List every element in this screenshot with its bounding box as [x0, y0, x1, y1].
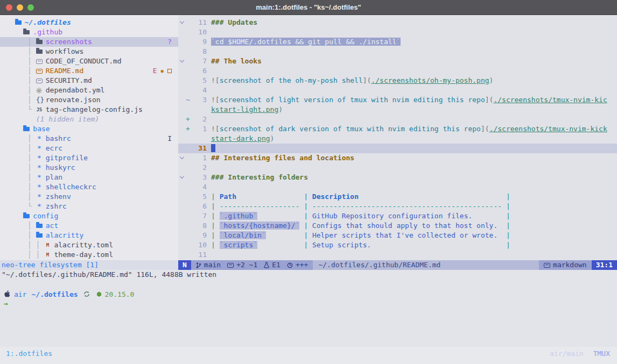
tree-item[interactable]: .github [0, 27, 178, 37]
dotfile-icon: * [36, 134, 43, 144]
editor-line[interactable]: 2 [178, 163, 617, 173]
editor-line[interactable]: 6 [178, 66, 617, 76]
workspace: ~/.dotfiles .github │ screenshots? │ wor… [0, 15, 617, 260]
line-number: 3 [193, 95, 207, 105]
tree-item[interactable]: │ README.mdE● [0, 66, 178, 76]
editor-line[interactable]: start-dark.png) [178, 134, 617, 144]
editor-line[interactable]: 11### Updates [178, 18, 617, 27]
statusline-filetype: markdown [539, 260, 592, 270]
fold-column [178, 153, 186, 163]
tree-item[interactable]: │ alacritty [0, 231, 178, 240]
tmux-session: air/main [550, 349, 584, 358]
tree-item[interactable]: │ workflows [0, 47, 178, 56]
tree-item[interactable]: │ *shellcheckrc [0, 182, 178, 192]
editor-line[interactable]: 10| `scripts` | Setup scripts. | [178, 240, 617, 250]
tmux-label: TMUX [593, 349, 610, 358]
tree-item[interactable]: │ screenshots? [0, 37, 178, 47]
sign-column: + [186, 124, 193, 134]
node-icon [96, 291, 102, 297]
tree-item-label: zshenv [46, 192, 71, 202]
editor-line[interactable]: ~3![screenshot of light version of tmux … [178, 95, 617, 105]
editor-line[interactable]: 7## The looks [178, 56, 617, 66]
fold-chevron-icon[interactable] [180, 155, 184, 159]
sign-column [186, 76, 193, 85]
git-branch: main [204, 260, 221, 270]
editor-line[interactable]: 4 [178, 85, 617, 95]
editor-line[interactable]: 8| `hosts/{hostname}/` | Configs that sh… [178, 221, 617, 231]
editor-line[interactable]: 7| `.github` | GitHub Repository configu… [178, 211, 617, 221]
editor-line[interactable]: 31 [178, 144, 617, 153]
sign-column [186, 250, 193, 260]
editor-line[interactable]: 11 [178, 250, 617, 260]
tree-item[interactable]: │ *huskyrc [0, 163, 178, 173]
fold-chevron-icon[interactable] [180, 58, 184, 62]
tree-item[interactable]: │ *gitprofile [0, 153, 178, 163]
fold-column [178, 18, 186, 27]
tree-item[interactable]: │ act [0, 221, 178, 231]
tree-item[interactable]: │ CODE_OF_CONDUCT.md [0, 56, 178, 66]
tree-item-label: CODE_OF_CONDUCT.md [46, 56, 122, 66]
tree-item[interactable]: │ *bashrcI [0, 134, 178, 144]
editor-line[interactable]: 5| Path | Description | [178, 192, 617, 202]
mode-indicator: N [178, 260, 191, 270]
tree-item[interactable]: └ JStag-changelog-config.js [0, 105, 178, 115]
tree-item[interactable]: │ *zshenv [0, 192, 178, 202]
fold-column [178, 95, 186, 105]
tree-item[interactable]: ~/.dotfiles [0, 18, 178, 27]
diagnostics-count: E1 [272, 260, 281, 270]
editor-line[interactable]: +2 [178, 115, 617, 124]
editor-line[interactable]: 6| ------------------- | ---------------… [178, 202, 617, 211]
editor-line[interactable]: 5![screenshot of the oh-my-posh shell](.… [178, 76, 617, 85]
dotfile-icon: * [36, 153, 43, 163]
tree-item[interactable]: └ *zshrc [0, 202, 178, 211]
sign-column [186, 173, 193, 182]
line-number: 10 [193, 240, 207, 250]
line-number: 4 [193, 182, 207, 192]
shell-pane[interactable]: air ~/.dotfiles 20.15.0 → [4, 289, 134, 309]
tree-item[interactable]: │ dependabot.yml [0, 85, 178, 95]
terminal-window: { "window": { "title": "main:1:.dotfiles… [0, 0, 617, 364]
editor-buffer[interactable]: 11### Updates109`cd $HOME/.dotfiles && g… [178, 15, 617, 260]
editor-line[interactable]: +1![screenshot of dark version of tmux w… [178, 124, 617, 134]
fold-column [178, 221, 186, 231]
editor-line[interactable]: 4 [178, 182, 617, 192]
editor-line[interactable]: 8 [178, 47, 617, 56]
editor-line[interactable]: kstart-light.png) [178, 105, 617, 115]
fold-chevron-icon[interactable] [180, 174, 184, 179]
tree-item[interactable]: │ │ Malacritty.toml [0, 240, 178, 250]
fold-column [178, 134, 186, 144]
tree-item[interactable]: config [0, 211, 178, 221]
tree-guide: │ [6, 85, 36, 95]
fold-chevron-icon[interactable] [180, 19, 184, 24]
editor-line[interactable]: 9`cd $HOME/.dotfiles && git pull && ./in… [178, 37, 617, 47]
editor-line[interactable]: 9| `local/bin` | Helper scripts that I'v… [178, 231, 617, 240]
fold-column [178, 192, 186, 202]
fold-column [178, 250, 186, 260]
editor-line[interactable]: 3### Interesting folders [178, 173, 617, 182]
line-number: 11 [193, 250, 207, 260]
toml-icon: M [44, 240, 51, 250]
tree-guide: └ [6, 202, 36, 211]
sign-column [186, 85, 193, 95]
tree-item[interactable]: (1 hidden item) [0, 115, 178, 124]
editor-line[interactable]: 10 [178, 27, 617, 37]
fold-column [178, 66, 186, 76]
tree-item[interactable]: │ *plan [0, 173, 178, 182]
tree-item[interactable]: │ {}renovate.json [0, 95, 178, 105]
tmux-window[interactable]: 1:.dotfiles [6, 349, 52, 358]
statusline: neo-tree filesystem [1] N main +2 ~1 E1 … [0, 260, 617, 270]
folder-icon [23, 214, 30, 218]
tree-item[interactable]: │ │ Mtheme-day.toml [0, 250, 178, 260]
tree-guide: │ [6, 221, 36, 231]
tree-item[interactable]: base [0, 124, 178, 134]
tree-item-label: renovate.json [46, 95, 101, 105]
line-number: 3 [193, 173, 207, 182]
fold-column [178, 124, 186, 134]
line-number: 11 [193, 18, 207, 27]
fold-column [178, 47, 186, 56]
folder-icon [36, 40, 43, 44]
tree-item[interactable]: │ *ecrc [0, 144, 178, 153]
editor-line[interactable]: 1## Interesting files and locations [178, 153, 617, 163]
folder-icon [23, 127, 30, 131]
tree-item[interactable]: │ SECURITY.md [0, 76, 178, 85]
